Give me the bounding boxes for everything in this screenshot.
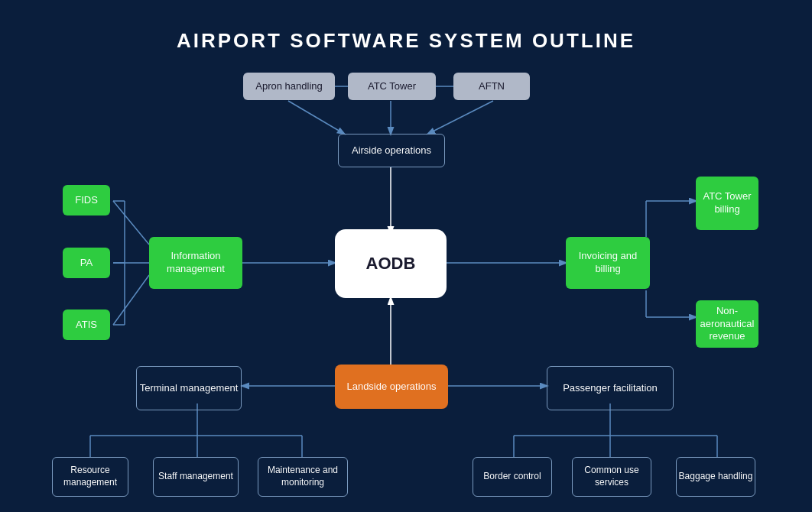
- atc-tower-node: ATC Tower: [348, 73, 436, 100]
- page-title: AIRPORT SOFTWARE SYSTEM OUTLINE: [0, 14, 812, 53]
- svg-line-2: [428, 101, 493, 134]
- landside-operations-node: Landside operations: [335, 365, 448, 409]
- fids-node: FIDS: [63, 185, 110, 215]
- common-use-services-node: Common use services: [572, 457, 651, 497]
- pa-node: PA: [63, 248, 110, 278]
- non-aero-revenue-node: Non-aeronautical revenue: [696, 300, 758, 348]
- passenger-facilitation-node: Passenger facilitation: [547, 366, 674, 410]
- svg-line-0: [288, 101, 344, 134]
- terminal-management-node: Terminal management: [136, 366, 242, 410]
- apron-handling-node: Apron handling: [243, 73, 335, 100]
- airside-operations-node: Airside operations: [338, 134, 445, 167]
- information-management-node: Information management: [149, 237, 242, 289]
- aftn-node: AFTN: [453, 73, 530, 100]
- aodb-node: AODB: [335, 229, 447, 298]
- svg-line-8: [113, 201, 149, 245]
- svg-line-10: [113, 275, 149, 325]
- baggage-handling-node: Baggage handling: [676, 457, 755, 497]
- border-control-node: Border control: [473, 457, 552, 497]
- staff-management-node: Staff management: [153, 457, 239, 497]
- invoicing-billing-node: Invoicing and billing: [566, 237, 650, 289]
- resource-management-node: Resource management: [52, 457, 128, 497]
- atis-node: ATIS: [63, 309, 110, 340]
- maintenance-monitoring-node: Maintenance and monitoring: [258, 457, 348, 497]
- atc-tower-billing-node: ATC Tower billing: [696, 177, 758, 230]
